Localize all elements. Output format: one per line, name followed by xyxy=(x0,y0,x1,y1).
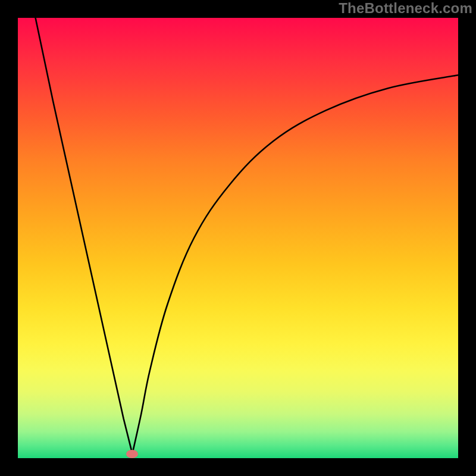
bottleneck-curve xyxy=(36,18,458,454)
curve-svg xyxy=(18,18,458,458)
minimum-marker xyxy=(126,450,138,458)
watermark-text: TheBottleneck.com xyxy=(339,0,472,17)
plot-area xyxy=(18,18,458,458)
chart-frame: TheBottleneck.com xyxy=(0,0,476,476)
